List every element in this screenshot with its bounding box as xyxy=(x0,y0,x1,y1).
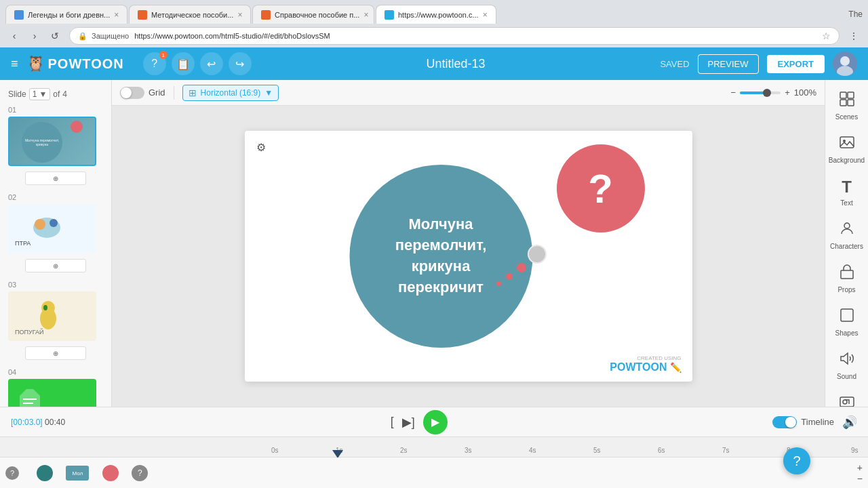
play-button[interactable]: ▶ xyxy=(423,410,448,434)
address-input[interactable]: 🔒 Защищено https://www.powtoon.com/html5… xyxy=(69,27,840,45)
svg-point-5 xyxy=(50,219,58,227)
slide-thumb-2[interactable]: ПТРА xyxy=(8,204,96,253)
right-panel-props[interactable]: Props xyxy=(828,258,866,299)
background-label: Background xyxy=(829,157,865,164)
slide-1-iconbar[interactable]: ⊕ xyxy=(25,171,86,185)
browser-tab-2[interactable]: Методическое пособи... × xyxy=(129,5,251,24)
slide-canvas[interactable]: ⚙ Молчунаперемолчит,крикунаперекричит ? xyxy=(245,131,692,382)
zoom-slider[interactable] xyxy=(740,92,781,94)
notes-btn[interactable]: 📋 xyxy=(172,52,195,75)
right-panel-shapes[interactable]: Shapes xyxy=(828,302,866,342)
top-toolbar: ≡ 🦉 POWTOON ? 1 📋 ↩ ↪ Untitled-13 SAVED … xyxy=(0,47,868,80)
slide-current-num: 1 xyxy=(33,89,37,99)
zoom-in-timeline-btn[interactable]: + xyxy=(857,463,863,472)
play-bracket-open[interactable]: [ xyxy=(391,415,394,429)
zoom-out-timeline-btn[interactable]: − xyxy=(857,474,863,483)
right-panel-text[interactable]: T Text xyxy=(828,172,866,212)
svg-point-18 xyxy=(844,223,850,228)
star-icon[interactable]: ☆ xyxy=(822,30,831,41)
fab-help-btn[interactable]: ? xyxy=(783,447,810,474)
help-btn[interactable]: ? 1 xyxy=(143,52,166,75)
slide-item-1[interactable]: 01 Молчуна перемолчит, крикуна ⊕ xyxy=(0,103,111,190)
right-panel-background[interactable]: Background xyxy=(828,129,866,169)
export-button[interactable]: EXPORT xyxy=(767,55,825,73)
play-controls: [ ▶] ▶ xyxy=(73,410,764,434)
track-teal-item[interactable] xyxy=(37,465,53,481)
toolbar-right: SAVED PREVIEW EXPORT xyxy=(660,52,857,76)
zoom-out-btn[interactable]: − xyxy=(731,87,736,98)
ruler-7s: 7s xyxy=(722,447,787,454)
preview-button[interactable]: PREVIEW xyxy=(698,54,759,74)
timeline-toggle-track[interactable] xyxy=(772,416,797,428)
right-panel: Scenes Background T Text xyxy=(825,80,868,407)
svg-rect-14 xyxy=(840,100,846,106)
time-bracket: [00:03.0] xyxy=(11,418,43,427)
ruler-4s: 4s xyxy=(529,447,593,454)
browser-tab-4[interactable]: https://www.powtoon.c... × xyxy=(376,5,496,24)
volume-icon[interactable]: 🔊 xyxy=(842,415,857,430)
question-circle[interactable]: ? xyxy=(557,144,645,232)
timeline-label: Timeline xyxy=(801,417,834,427)
right-panel-media[interactable]: Media xyxy=(828,388,866,407)
slide-number-01: 01 xyxy=(8,106,103,114)
watermark-logo: POWTOON xyxy=(610,361,667,373)
props-icon xyxy=(839,264,855,283)
sound-label: Sound xyxy=(837,373,856,380)
slide-thumb-4[interactable] xyxy=(8,379,96,407)
browser-tab-3[interactable]: Справочное пособие п... × xyxy=(252,5,374,24)
slide-3-iconbar[interactable]: ⊕ xyxy=(25,346,86,360)
ruler-0s: 0s xyxy=(271,447,336,454)
logo: 🦉 POWTOON xyxy=(26,55,124,73)
main-circle[interactable]: Молчунаперемолчит,крикунаперекричит xyxy=(349,165,532,348)
presentation-title[interactable]: Untitled-13 xyxy=(260,57,652,71)
play-bracket-play[interactable]: ▶] xyxy=(402,415,415,430)
main-circle-text: Молчунаперемолчит,крикунаперекричит xyxy=(382,201,500,311)
hamburger-menu[interactable]: ≡ xyxy=(11,57,18,71)
new-tab-btn[interactable]: The xyxy=(848,9,863,19)
slide-number-selector[interactable]: 1 ▼ xyxy=(29,88,51,100)
saved-status: SAVED xyxy=(660,59,689,69)
divider-1 xyxy=(174,86,174,100)
zoom-in-btn[interactable]: + xyxy=(785,87,790,98)
help-circle-icon[interactable]: ? xyxy=(5,466,19,480)
svg-rect-12 xyxy=(840,92,846,98)
user-avatar[interactable] xyxy=(833,52,857,76)
slide-number-02: 02 xyxy=(8,193,103,201)
track-red-dot xyxy=(102,465,119,481)
back-btn[interactable]: ‹ xyxy=(5,27,23,45)
slide-item-4[interactable]: 04 xyxy=(0,365,111,407)
undo-btn[interactable]: ↩ xyxy=(200,52,223,75)
slide-2-iconbar[interactable]: ⊕ xyxy=(25,259,86,272)
zoom-controls: − + 100% xyxy=(731,87,816,98)
right-panel-scenes[interactable]: Scenes xyxy=(828,85,866,126)
slide-thumb-3[interactable]: ПОПУГАЙ xyxy=(8,291,96,341)
grid-toggle[interactable]: Grid xyxy=(120,87,165,99)
slide-item-3[interactable]: 03 ПОПУГАЙ ⊕ xyxy=(0,278,111,365)
redo-icon: ↪ xyxy=(235,58,244,70)
track-red-item[interactable] xyxy=(102,465,119,481)
ruler-6s: 6s xyxy=(658,447,722,454)
extensions-btn[interactable]: ⋮ xyxy=(845,27,863,45)
grid-toggle-track[interactable] xyxy=(120,87,144,99)
ruler-1s: 1s xyxy=(336,447,400,454)
right-panel-characters[interactable]: Characters xyxy=(828,215,866,256)
forward-btn[interactable]: › xyxy=(26,27,43,45)
svg-rect-15 xyxy=(848,100,854,106)
format-icon: ⊞ xyxy=(189,87,197,98)
slide-thumb-1[interactable]: Молчуна перемолчит, крикуна xyxy=(8,117,96,166)
track-question-item[interactable]: ? xyxy=(132,465,148,481)
format-selector[interactable]: ⊞ Horizontal (16:9) ▼ xyxy=(182,85,279,101)
secure-label: Защищено xyxy=(92,32,129,40)
right-panel-sound[interactable]: Sound xyxy=(828,345,866,386)
browser-tab-1[interactable]: Легенды и боги древн... × xyxy=(5,5,127,24)
redo-btn[interactable]: ↪ xyxy=(229,52,252,75)
characters-label: Characters xyxy=(830,243,863,250)
slide-item-2[interactable]: 02 ПТРА ⊕ xyxy=(0,190,111,278)
settings-gear-btn[interactable]: ⚙ xyxy=(252,138,271,157)
timeline-toggle[interactable]: Timeline xyxy=(772,416,834,428)
lock-icon: 🔒 xyxy=(78,32,87,41)
grid-label: Grid xyxy=(149,87,165,98)
slide-header: Slide 1 ▼ of 4 xyxy=(0,85,111,103)
reload-btn[interactable]: ↺ xyxy=(46,27,64,45)
track-text-item[interactable]: Мол xyxy=(66,466,89,481)
